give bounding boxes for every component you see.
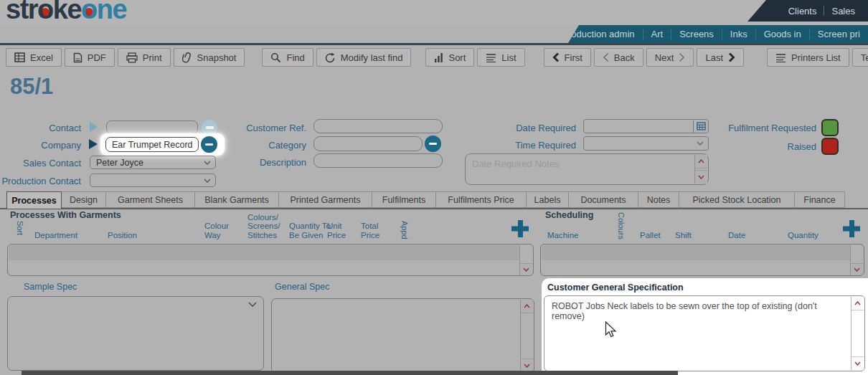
category-input[interactable] bbox=[313, 136, 423, 151]
print-button[interactable]: Print bbox=[118, 48, 171, 67]
button-label: Printers List bbox=[791, 52, 841, 63]
list-button[interactable]: List bbox=[477, 48, 524, 67]
tab-design[interactable]: Design bbox=[61, 191, 106, 208]
nav-item-production-admin[interactable]: Production admin bbox=[568, 29, 643, 39]
tab-documents[interactable]: Documents bbox=[568, 191, 638, 208]
pdf-button[interactable]: PDF bbox=[65, 48, 115, 67]
nav-item-clients[interactable]: Clients bbox=[781, 6, 824, 16]
next-button[interactable]: Next bbox=[646, 48, 694, 67]
header-bar: strokeone Clients Sales bbox=[0, 0, 868, 25]
snapshot-button[interactable]: Snapshot bbox=[174, 48, 245, 67]
col-shift: Shift bbox=[675, 231, 692, 240]
chevron-down-icon bbox=[204, 161, 211, 165]
button-label: PDF bbox=[88, 52, 106, 63]
sales-contact-select[interactable]: Peter Joyce bbox=[90, 156, 216, 169]
scrollbar[interactable] bbox=[850, 245, 863, 275]
category-remove-button[interactable] bbox=[425, 136, 441, 152]
contact-label: Contact bbox=[29, 123, 81, 133]
date-required-notes-textarea[interactable]: Date Required Notes bbox=[465, 153, 709, 185]
sample-spec-combo[interactable] bbox=[7, 296, 264, 371]
customer-ref-input[interactable] bbox=[313, 119, 443, 133]
scrollbar[interactable] bbox=[851, 297, 864, 370]
date-required-label: Date Required bbox=[504, 123, 576, 133]
tab-printed-garments[interactable]: Printed Garments bbox=[278, 191, 372, 208]
nav-item-art[interactable]: Art bbox=[643, 29, 671, 39]
fulfilment-requested-indicator[interactable] bbox=[821, 119, 839, 136]
logo-text: ke bbox=[53, 0, 81, 24]
contact-goto-arrow-icon[interactable] bbox=[90, 122, 98, 132]
nav-item-sales[interactable]: Sales bbox=[824, 6, 862, 16]
back-button[interactable]: Back bbox=[594, 48, 643, 67]
select-value: Peter Joyce bbox=[96, 158, 143, 168]
scrollbar[interactable] bbox=[519, 245, 532, 275]
tab-notes[interactable]: Notes bbox=[638, 191, 679, 208]
customer-general-specification-title: Customer General Specification bbox=[547, 283, 684, 293]
chevron-up-icon bbox=[524, 304, 530, 308]
modify-last-find-button[interactable]: Modify last find bbox=[316, 48, 412, 67]
production-contact-label: Production Contact bbox=[0, 176, 81, 186]
tab-picked-stock-location[interactable]: Picked Stock Location bbox=[679, 191, 795, 208]
description-input[interactable] bbox=[313, 153, 443, 168]
customer-general-specification-text: ROBOT Jobs Neck labels to be sewn over t… bbox=[552, 301, 844, 321]
raised-indicator[interactable] bbox=[821, 138, 839, 155]
col-department: Department bbox=[34, 231, 77, 240]
general-spec-label: General Spec bbox=[275, 282, 329, 292]
company-goto-arrow-icon[interactable] bbox=[89, 139, 98, 149]
tab-finance[interactable]: Finance bbox=[794, 191, 845, 208]
customer-general-specification-textarea[interactable]: ROBOT Jobs Neck labels to be sewn over t… bbox=[544, 295, 865, 371]
tab-labels[interactable]: Labels bbox=[526, 191, 569, 208]
scroll-up-button[interactable] bbox=[852, 297, 864, 310]
button-label: First bbox=[565, 52, 582, 63]
scroll-down-button[interactable] bbox=[851, 263, 863, 275]
chevron-left-bold-icon bbox=[552, 52, 560, 62]
list-lines-icon bbox=[775, 53, 786, 62]
sort-button[interactable]: Sort bbox=[425, 48, 474, 67]
list-lines-icon bbox=[486, 53, 496, 62]
button-label: Tech Spec bbox=[861, 52, 868, 63]
general-spec-textarea[interactable] bbox=[271, 298, 534, 374]
company-input[interactable] bbox=[105, 137, 199, 152]
add-schedule-button[interactable] bbox=[842, 219, 861, 238]
customer-ref-label: Customer Ref. bbox=[235, 123, 306, 133]
col-machine: Machine bbox=[547, 231, 578, 240]
processes-list[interactable] bbox=[7, 244, 534, 276]
scroll-down-button[interactable] bbox=[520, 263, 532, 275]
scroll-up-button[interactable] bbox=[521, 300, 533, 313]
tab-fulfilments-price[interactable]: Fulfilments Price bbox=[435, 191, 527, 208]
scroll-down-button[interactable] bbox=[695, 170, 707, 184]
scroll-up-button[interactable] bbox=[695, 155, 707, 168]
col-sort: Sort bbox=[16, 221, 24, 235]
time-required-label: Time Required bbox=[504, 140, 576, 151]
find-button[interactable]: Find bbox=[262, 48, 313, 67]
printer-icon bbox=[126, 52, 138, 63]
tab-processes[interactable]: Processes bbox=[6, 191, 62, 209]
list-row bbox=[9, 245, 520, 260]
bottom-edge bbox=[22, 371, 678, 375]
production-contact-select[interactable] bbox=[90, 174, 216, 187]
button-label: Next bbox=[655, 52, 674, 63]
last-button[interactable]: Last bbox=[697, 48, 744, 67]
processes-section-title: Processes With Garments bbox=[10, 210, 121, 220]
first-button[interactable]: First bbox=[544, 48, 591, 67]
scrollbar[interactable] bbox=[694, 155, 707, 184]
contact-input[interactable] bbox=[106, 120, 198, 134]
tech-spec-button[interactable]: Tech Spec bbox=[852, 48, 868, 67]
nav-item-goods-in[interactable]: Goods in bbox=[756, 29, 809, 39]
excel-button[interactable]: Excel bbox=[6, 48, 62, 67]
tab-blank-garments[interactable]: Blank Garments bbox=[194, 191, 279, 208]
tab-garment-sheets[interactable]: Garment Sheets bbox=[105, 191, 195, 208]
company-remove-button[interactable] bbox=[201, 136, 217, 153]
col-quantity-to-be-given: Quantity To Be Given bbox=[289, 222, 332, 239]
scrollbar[interactable] bbox=[520, 300, 533, 372]
sort-bars-icon bbox=[434, 52, 443, 62]
scroll-down-button[interactable] bbox=[852, 356, 864, 370]
button-label: Last bbox=[705, 52, 723, 63]
printers-list-button[interactable]: Printers List bbox=[767, 48, 849, 67]
col-quantity: Quantity bbox=[788, 231, 819, 240]
nav-item-inks[interactable]: Inks bbox=[722, 29, 755, 39]
nav-item-screens[interactable]: Screens bbox=[671, 29, 722, 39]
tab-fulfilments[interactable]: Fulfilments bbox=[372, 191, 436, 208]
scheduling-list[interactable] bbox=[540, 244, 864, 276]
add-process-button[interactable] bbox=[511, 219, 529, 238]
nav-item-screen-print[interactable]: Screen pri bbox=[810, 29, 868, 39]
